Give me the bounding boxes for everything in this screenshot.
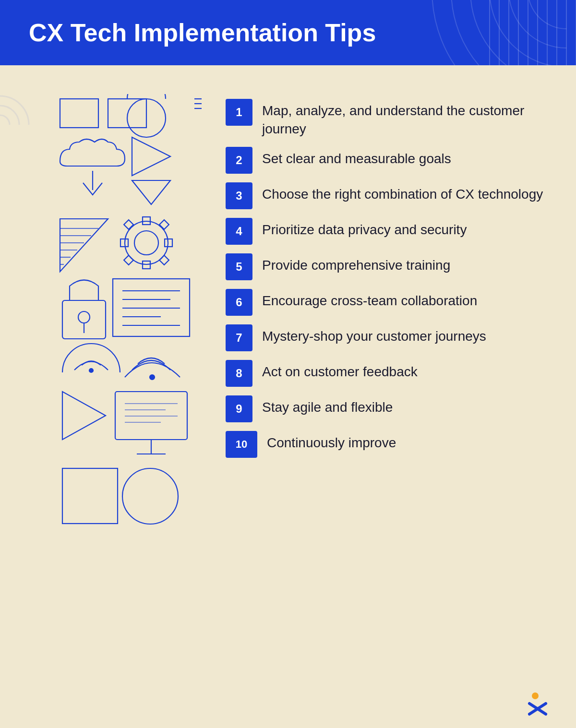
tip-number-8: 8: [226, 360, 252, 387]
bg-top-left-icon: [0, 77, 48, 125]
tip-item-4: 4Prioritize data privacy and security: [226, 218, 547, 245]
svg-point-62: [122, 468, 178, 524]
tip-item-10: 10Continuously improve: [226, 431, 547, 458]
svg-rect-20: [108, 99, 146, 128]
tip-text-5: Provide comprehensive training: [262, 253, 450, 274]
svg-rect-33: [124, 255, 133, 265]
svg-point-16: [0, 96, 29, 125]
svg-point-66: [532, 692, 539, 699]
tip-text-2: Set clear and measurable goals: [262, 147, 451, 168]
tip-number-1: 1: [226, 99, 252, 126]
tip-text-1: Map, analyze, and understand the custome…: [262, 99, 547, 138]
tip-text-9: Stay agile and flexible: [262, 395, 393, 417]
main-content: .il { stroke: #1a3fd4; stroke-width: 2.2…: [0, 65, 576, 627]
tip-number-10: 10: [226, 431, 257, 458]
tip-item-8: 8Act on customer feedback: [226, 360, 547, 387]
page-header: CX Tech Implementation Tips: [0, 0, 576, 65]
tips-list: 1Map, analyze, and understand the custom…: [226, 94, 547, 458]
tip-text-10: Continuously improve: [267, 431, 396, 452]
tip-item-2: 2Set clear and measurable goals: [226, 147, 547, 174]
illustration-area: .il { stroke: #1a3fd4; stroke-width: 2.2…: [29, 94, 206, 598]
tip-number-6: 6: [226, 289, 252, 316]
tip-item-6: 6Encourage cross-team collaboration: [226, 289, 547, 316]
svg-marker-23: [132, 137, 170, 176]
svg-point-18: [0, 115, 10, 125]
svg-rect-32: [159, 220, 169, 229]
svg-rect-31: [124, 220, 133, 229]
svg-point-52: [150, 375, 155, 380]
tip-item-1: 1Map, analyze, and understand the custom…: [226, 99, 547, 138]
tip-text-7: Mystery-shop your customer journeys: [262, 324, 486, 346]
footer-logo: [526, 690, 552, 716]
svg-rect-19: [60, 99, 98, 128]
svg-point-51: [89, 369, 93, 372]
tip-item-7: 7Mystery-shop your customer journeys: [226, 324, 547, 351]
page-title: CX Tech Implementation Tips: [29, 18, 547, 47]
tip-number-3: 3: [226, 182, 252, 209]
svg-marker-24: [132, 180, 170, 204]
tip-text-8: Act on customer feedback: [262, 360, 418, 381]
tip-text-3: Choose the right combination of CX techn…: [262, 182, 543, 203]
svg-point-26: [134, 231, 158, 255]
tip-item-9: 9Stay agile and flexible: [226, 395, 547, 422]
tip-number-9: 9: [226, 395, 252, 422]
svg-point-49: [78, 311, 90, 323]
main-illustration-icon: .il { stroke: #1a3fd4; stroke-width: 2.2…: [31, 94, 204, 598]
tip-number-5: 5: [226, 253, 252, 280]
tip-number-2: 2: [226, 147, 252, 174]
svg-marker-35: [60, 219, 108, 272]
logo-icon: [526, 690, 552, 716]
tip-text-4: Prioritize data privacy and security: [262, 218, 467, 239]
tip-item-3: 3Choose the right combination of CX tech…: [226, 182, 547, 209]
tip-item-5: 5Provide comprehensive training: [226, 253, 547, 280]
tip-text-6: Encourage cross-team collaboration: [262, 289, 477, 310]
svg-rect-61: [62, 468, 118, 524]
svg-rect-34: [159, 255, 169, 265]
svg-marker-53: [62, 392, 106, 440]
tip-number-7: 7: [226, 324, 252, 351]
tip-number-4: 4: [226, 218, 252, 245]
